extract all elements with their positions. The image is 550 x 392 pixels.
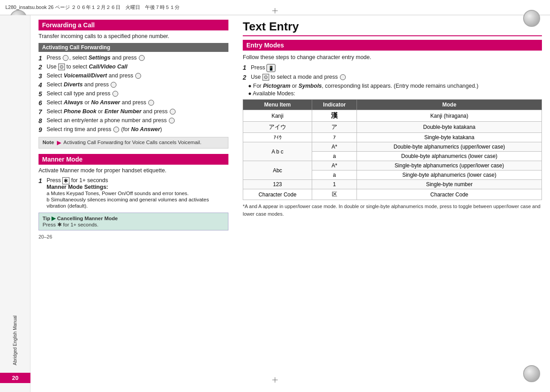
- indicator-kanji: 漢: [312, 110, 357, 122]
- btn-circle-4: [111, 82, 116, 88]
- mode-katakana-single: Single-byte katakana: [357, 133, 542, 142]
- nav-icon-r2: ⊙: [262, 74, 269, 81]
- step-2: 2 Use ⊙ to select Call/Video Call: [39, 64, 228, 71]
- btn-circle-3: [135, 73, 141, 79]
- manner-item-a: a Mutes Keypad Tones, Power On/Off sound…: [47, 191, 189, 196]
- step-4-content: Select Diverts and press: [47, 81, 228, 88]
- right-step-2: 2 Use ⊙ to select a mode and press: [243, 74, 542, 81]
- tip-title: Cancelling Manner Mode: [57, 216, 117, 221]
- left-column: Forwarding a Call Transfer incoming call…: [35, 20, 232, 388]
- right-step-2-num: 2: [243, 74, 251, 81]
- btn-circle-1b: [139, 55, 145, 61]
- entry-modes-table: Menu Item Indicator Mode Kanji 漢 Kanji (…: [243, 99, 542, 200]
- table-row: Kanji 漢 Kanji (hiragana): [243, 110, 542, 122]
- table-row: A b c A* Double-byte alphanumerics (uppe…: [243, 142, 542, 152]
- btn-circle-r2: [340, 74, 346, 80]
- indicator-abc-double-lower: a: [312, 152, 357, 161]
- sidebar-label: Abridged English Manual: [13, 315, 17, 365]
- step-4: 4 Select Diverts and press: [39, 81, 228, 89]
- menu-katakana-double: アイウ: [243, 122, 312, 133]
- top-bar-text: L280_insatsu.book 26 ページ ２０６年１２月２６日 火曜日 …: [5, 4, 180, 11]
- manner-item-b: b Simultaneously silences incoming and g…: [47, 197, 209, 209]
- note-text: Activating Call Forwarding for Voice Cal…: [64, 140, 202, 146]
- mode-abc-double-lower: Double-byte alphanumerics (lower case): [357, 152, 542, 161]
- activating-header: Activating Call Forwarding: [39, 43, 228, 52]
- step-5-num: 5: [39, 90, 47, 98]
- step-3-content: Select Voicemail/Divert and press: [47, 72, 228, 79]
- bullet-available: ● Available Modes:: [248, 90, 542, 97]
- btn-circle-7: [170, 109, 176, 115]
- tip-label: Tip: [43, 216, 50, 221]
- step-3-num: 3: [39, 72, 47, 80]
- footnote: *A and A appear in upper/lower case mode…: [243, 203, 542, 217]
- entry-modes-header: Entry Modes: [243, 40, 542, 51]
- table-row: 123 1 Single-byte number: [243, 180, 542, 189]
- step-4-num: 4: [39, 81, 47, 89]
- manner-btn: ✱: [62, 177, 69, 184]
- text-entry-title: Text Entry: [243, 20, 542, 36]
- step-9-num: 9: [39, 126, 47, 133]
- menu-abc-double: A b c: [243, 142, 312, 161]
- step-7-content: Select Phone Book or Enter Number and pr…: [47, 108, 228, 115]
- btn-circle-9: [113, 127, 119, 132]
- tip-text: Press ✱ for 1+ seconds.: [43, 222, 99, 227]
- mode-123: Single-byte number: [357, 180, 542, 189]
- bottom-page-ref: 20–26: [39, 234, 228, 239]
- table-row: ｱｲｳ ｱ Single-byte katakana: [243, 133, 542, 142]
- entry-intro: Follow these steps to change character e…: [243, 54, 542, 60]
- step-3: 3 Select Voicemail/Divert and press: [39, 72, 228, 80]
- mode-charcode: Character Code: [357, 189, 542, 200]
- right-column: Text Entry Entry Modes Follow these step…: [239, 20, 546, 388]
- main-content: Abridged English Manual 20 Forwarding a …: [0, 15, 550, 392]
- table-header-indicator: Indicator: [312, 100, 357, 110]
- table-row: Character Code 区 Character Code: [243, 189, 542, 200]
- step-6-num: 6: [39, 99, 47, 107]
- menu-123: 123: [243, 180, 312, 189]
- manner-intro: Activate Manner mode for proper handset …: [39, 167, 228, 174]
- table-row: アイウ ア Double-byte katakana: [243, 122, 542, 133]
- mode-katakana-double: Double-byte katakana: [357, 122, 542, 133]
- right-step-2-content: Use ⊙ to select a mode and press: [251, 74, 542, 81]
- btn-circle-6: [148, 100, 154, 106]
- menu-katakana-single: ｱｲｳ: [243, 133, 312, 142]
- tip-arrow: ▶: [52, 216, 57, 221]
- right-step-1-content: Press 📱: [251, 64, 542, 72]
- manner-section: Manner Mode Activate Manner mode for pro…: [39, 154, 228, 230]
- indicator-123: 1: [312, 180, 357, 189]
- step-2-content: Use ⊙ to select Call/Video Call: [47, 64, 228, 70]
- mode-abc-single-lower: Single-byte alphanumerics (lower case): [357, 170, 542, 180]
- page: L280_insatsu.book 26 ページ ２０６年１２月２６日 火曜日 …: [0, 0, 550, 392]
- step-8: 8 Select an entry/enter a phone number a…: [39, 117, 228, 124]
- note-box: Note ▶ Activating Call Forwarding for Vo…: [39, 137, 228, 149]
- table-header-mode: Mode: [357, 100, 542, 110]
- step-9: 9 Select ring time and press (for No Ans…: [39, 126, 228, 133]
- body-content: Forwarding a Call Transfer incoming call…: [30, 15, 550, 392]
- indicator-abc-single-upper: A*: [312, 161, 357, 170]
- top-bar: L280_insatsu.book 26 ページ ２０６年１２月２６日 火曜日 …: [0, 0, 550, 15]
- step-9-content: Select ring time and press (for No Answe…: [47, 126, 228, 132]
- step-1: 1 Press , select Settings and press: [39, 55, 228, 62]
- sidebar: Abridged English Manual 20: [0, 15, 30, 392]
- menu-kanji: Kanji: [243, 110, 312, 122]
- mode-abc-double-upper: Double-byte alphanumerics (upper/lower c…: [357, 142, 542, 152]
- note-label: Note: [43, 140, 54, 146]
- table-header-menu: Menu Item: [243, 100, 312, 110]
- btn-circle-8: [169, 118, 175, 124]
- bullet-pictogram: ● For Pictogram or Symbols, correspondin…: [248, 83, 542, 89]
- manner-step-1-content: Press ✱ for 1+ seconds Manner Mode Setti…: [47, 177, 228, 209]
- mode-kanji: Kanji (hiragana): [357, 110, 542, 122]
- step-7: 7 Select Phone Book or Enter Number and …: [39, 108, 228, 115]
- forwarding-header: Forwarding a Call: [39, 20, 228, 30]
- menu-charcode: Character Code: [243, 189, 312, 200]
- indicator-abc-double-upper: A*: [312, 142, 357, 152]
- indicator-charcode: 区: [312, 189, 357, 200]
- step-1-num: 1: [39, 55, 47, 62]
- tip-box: Tip ▶ Cancelling Manner Mode Press ✱ for…: [39, 213, 228, 230]
- manner-header: Manner Mode: [39, 154, 228, 165]
- note-arrow: ▶: [57, 140, 61, 146]
- manner-step-1: 1 Press ✱ for 1+ seconds Manner Mode Set…: [39, 177, 228, 209]
- btn-circle-5: [112, 91, 118, 97]
- step-2-num: 2: [39, 64, 47, 71]
- right-step-1-num: 1: [243, 64, 251, 71]
- manner-step-1-num: 1: [39, 177, 47, 184]
